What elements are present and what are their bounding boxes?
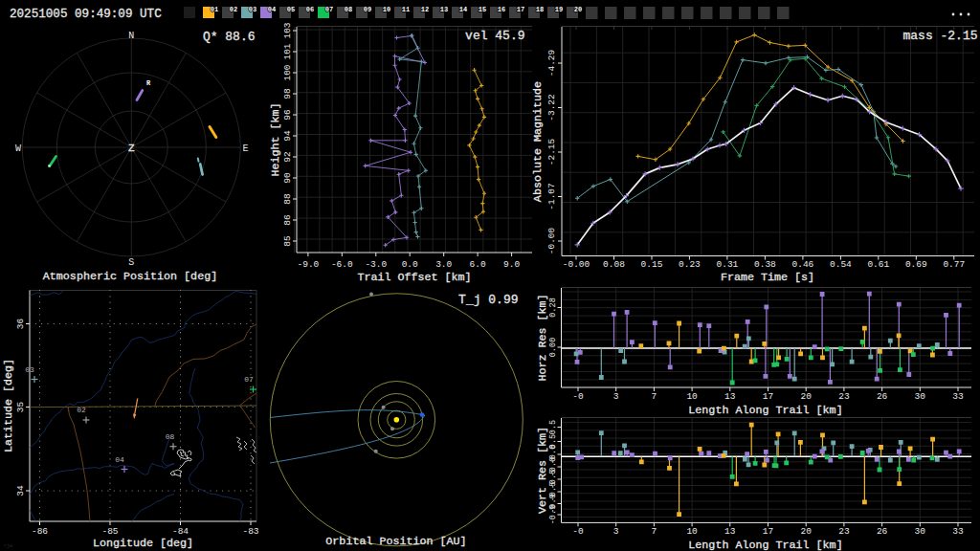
svg-text:Z: Z [128, 143, 135, 154]
svg-text:mass -2.15: mass -2.15 [902, 29, 977, 43]
svg-text:0.61: 0.61 [867, 259, 889, 270]
svg-text:08: 08 [345, 6, 352, 13]
svg-text:S: S [128, 257, 134, 268]
svg-text:-84: -84 [172, 526, 189, 537]
svg-text:20: 20 [574, 6, 582, 13]
svg-text:03: 03 [25, 365, 34, 374]
svg-text:T_j 0.99: T_j 0.99 [458, 293, 518, 307]
svg-text:94: 94 [282, 130, 293, 142]
svg-text:9.0: 9.0 [503, 259, 520, 270]
svg-text:-86: -86 [32, 526, 48, 537]
svg-text:10: 10 [686, 391, 698, 402]
svg-text:0.00: 0.00 [548, 338, 558, 358]
svg-text:-83: -83 [242, 526, 258, 537]
svg-text:-2.15: -2.15 [546, 138, 557, 165]
svg-text:07: 07 [244, 375, 254, 384]
svg-text:-0: -0 [572, 526, 584, 537]
svg-text:17: 17 [517, 6, 524, 13]
svg-text:20: 20 [800, 391, 812, 402]
svg-text:18: 18 [536, 6, 544, 13]
svg-text:17: 17 [763, 526, 773, 537]
svg-text:02: 02 [77, 406, 86, 414]
svg-text:90: 90 [282, 172, 293, 184]
svg-text:0.28: 0.28 [548, 298, 558, 318]
svg-text:0.46: 0.46 [791, 259, 813, 270]
svg-text:-3.22: -3.22 [546, 94, 557, 121]
svg-text:6.0: 6.0 [470, 259, 486, 270]
svg-text:W: W [15, 143, 21, 154]
svg-text:30: 30 [915, 526, 926, 537]
svg-text:Length Along Trail [km]: Length Along Trail [km] [688, 539, 842, 551]
svg-text:04: 04 [268, 6, 276, 13]
svg-text:0.31: 0.31 [716, 259, 738, 270]
svg-text:16: 16 [498, 6, 505, 13]
svg-text:-0.00: -0.00 [546, 227, 557, 254]
svg-text:08: 08 [166, 432, 175, 441]
svg-text:0.69: 0.69 [905, 259, 927, 270]
svg-text:33: 33 [952, 391, 964, 402]
svg-text:-0: -0 [572, 391, 584, 402]
svg-text:0.5: 0.5 [548, 420, 558, 434]
svg-text:35: 35 [15, 402, 26, 413]
svg-text:7: 7 [652, 391, 657, 402]
svg-text:15: 15 [479, 6, 486, 13]
svg-text:33: 33 [952, 526, 964, 537]
svg-text:05: 05 [287, 6, 295, 13]
svg-text:Longitude [deg]: Longitude [deg] [93, 537, 193, 550]
svg-text:Latitude [deg]: Latitude [deg] [2, 359, 15, 452]
svg-text:rjw: rjw [4, 543, 12, 549]
svg-text:Horz Res [km]: Horz Res [km] [536, 294, 549, 381]
svg-text:Absolute Magnitude: Absolute Magnitude [531, 81, 545, 202]
svg-text:-3.0: -3.0 [365, 259, 387, 270]
svg-text:0.38: 0.38 [754, 259, 776, 270]
svg-text:3: 3 [613, 391, 619, 402]
svg-text:-0.9: -0.9 [548, 505, 558, 525]
svg-text:10: 10 [383, 6, 390, 13]
svg-text:17: 17 [763, 391, 773, 402]
svg-text:0.23: 0.23 [679, 259, 701, 270]
svg-text:20: 20 [800, 526, 812, 537]
svg-text:E: E [242, 143, 248, 154]
svg-text:0.54: 0.54 [830, 259, 852, 270]
svg-text:-4.29: -4.29 [546, 49, 557, 77]
svg-text:N: N [128, 31, 134, 41]
svg-text:Q* 88.6: Q* 88.6 [203, 30, 256, 44]
svg-text:96: 96 [282, 109, 293, 121]
svg-text:20251005 09:49:09 UTC: 20251005 09:49:09 UTC [10, 8, 162, 21]
svg-text:98: 98 [282, 88, 293, 99]
svg-text:06: 06 [306, 6, 314, 13]
svg-text:34: 34 [15, 485, 26, 496]
svg-text:3.0: 3.0 [435, 259, 452, 270]
svg-text:Length Along Trail [km]: Length Along Trail [km] [688, 404, 842, 417]
svg-text:0.0: 0.0 [402, 259, 418, 270]
svg-text:Orbital Position [AU]: Orbital Position [AU] [325, 535, 466, 548]
svg-text:100: 100 [282, 64, 293, 80]
svg-text:Vert Res [km]: Vert Res [km] [536, 427, 549, 514]
svg-text:-1.07: -1.07 [546, 183, 557, 210]
svg-text:0.08: 0.08 [603, 259, 625, 270]
svg-text:Atmospheric Position [deg]: Atmospheric Position [deg] [43, 270, 217, 283]
svg-text:-6.0: -6.0 [331, 259, 353, 270]
svg-text:23: 23 [838, 526, 850, 537]
svg-text:07: 07 [325, 6, 333, 13]
svg-text:03: 03 [249, 6, 256, 13]
svg-text:103: 103 [282, 22, 293, 38]
svg-text:92: 92 [282, 151, 293, 163]
svg-text:12: 12 [421, 6, 429, 13]
svg-text:01: 01 [211, 6, 218, 13]
svg-text:Height [km]: Height [km] [269, 102, 282, 176]
svg-text:14: 14 [459, 6, 467, 13]
svg-text:0.77: 0.77 [943, 259, 965, 270]
svg-text:13: 13 [724, 526, 736, 537]
svg-text:88: 88 [282, 193, 293, 205]
svg-text:30: 30 [915, 391, 926, 402]
svg-text:04: 04 [115, 455, 124, 464]
svg-text:23: 23 [838, 391, 850, 402]
svg-text:10: 10 [686, 526, 698, 537]
svg-text:19: 19 [555, 6, 563, 13]
svg-text:101: 101 [282, 43, 293, 59]
svg-text:-0.00: -0.00 [563, 259, 590, 270]
svg-text:Trail Offset [km]: Trail Offset [km] [357, 271, 471, 284]
svg-text:26: 26 [877, 526, 888, 537]
svg-text:-9.0: -9.0 [297, 259, 319, 270]
